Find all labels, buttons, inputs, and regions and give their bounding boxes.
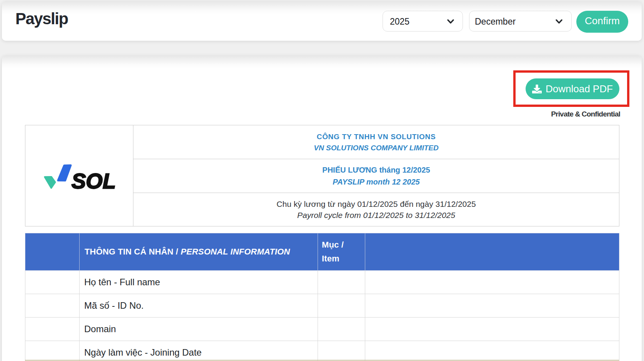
svg-text:SOL: SOL (72, 169, 116, 190)
